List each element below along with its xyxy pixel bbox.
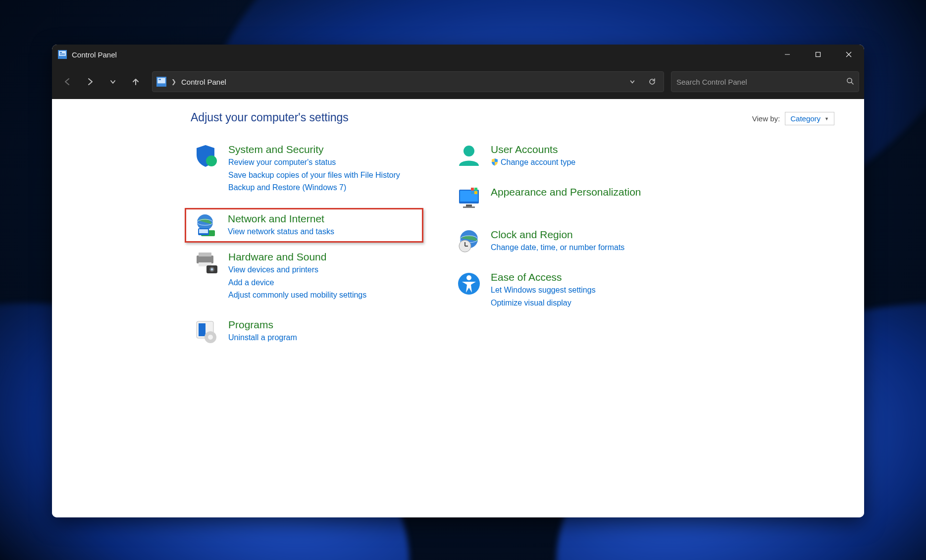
control-panel-icon [58, 50, 67, 59]
category-link-text: Change account type [501, 158, 575, 166]
svg-point-30 [463, 146, 474, 156]
category-link[interactable]: View network status and tasks [228, 225, 419, 238]
toolbar: ❯ Control Panel [52, 64, 864, 99]
category-link[interactable]: Save backup copies of your files with Fi… [228, 169, 420, 182]
globe-network-icon [193, 212, 219, 238]
view-by-dropdown[interactable]: Category ▼ [785, 112, 834, 125]
category-appearance-personalization: Appearance and Personalization [453, 183, 686, 214]
category-user-accounts: User Accounts Change account type [453, 140, 686, 172]
category-title[interactable]: Programs [228, 318, 420, 331]
forward-button[interactable] [80, 71, 101, 92]
category-network-internet: Network and Internet View network status… [185, 208, 423, 243]
titlebar: Control Panel [52, 45, 864, 64]
category-link[interactable]: Change account type [491, 156, 683, 169]
window-title: Control Panel [72, 51, 117, 59]
svg-rect-11 [158, 79, 160, 80]
address-bar[interactable]: ❯ Control Panel [152, 71, 664, 92]
svg-point-25 [211, 268, 213, 271]
printer-camera-icon [194, 251, 219, 276]
search-icon [846, 77, 854, 87]
svg-point-46 [466, 275, 471, 280]
svg-rect-33 [466, 204, 472, 206]
maximize-button[interactable] [803, 45, 833, 64]
svg-rect-3 [60, 53, 65, 54]
svg-rect-36 [474, 188, 477, 191]
programs-icon [194, 318, 219, 344]
category-link[interactable]: Backup and Restore (Windows 7) [228, 181, 420, 194]
category-link[interactable]: Let Windows suggest settings [491, 284, 683, 297]
close-button[interactable] [833, 45, 864, 64]
view-by-control: View by: Category ▼ [752, 112, 834, 125]
svg-point-14 [206, 155, 217, 166]
svg-rect-2 [60, 52, 62, 53]
category-link[interactable]: View devices and printers [228, 263, 420, 276]
category-link[interactable]: Optimize visual display [491, 297, 683, 309]
recent-dropdown-button[interactable] [103, 71, 123, 92]
category-programs: Programs Uninstall a program [191, 315, 423, 347]
category-system-security: System and Security Review your computer… [191, 140, 423, 197]
control-panel-icon [156, 77, 166, 87]
chevron-right-icon: ❯ [171, 78, 176, 85]
category-link[interactable]: Adjust commonly used mobility settings [228, 289, 420, 302]
shield-icon [194, 143, 219, 169]
view-by-value: Category [790, 114, 821, 123]
category-link[interactable]: Uninstall a program [228, 331, 420, 344]
search-input[interactable] [676, 78, 846, 86]
svg-line-13 [851, 82, 853, 84]
view-by-label: View by: [752, 114, 780, 123]
minimize-button[interactable] [772, 45, 803, 64]
svg-rect-37 [471, 191, 474, 194]
caret-down-icon: ▼ [824, 116, 829, 121]
left-column: System and Security Review your computer… [191, 140, 423, 358]
svg-rect-19 [199, 229, 208, 233]
category-title[interactable]: User Accounts [491, 143, 683, 156]
user-icon [456, 143, 482, 169]
svg-rect-10 [157, 78, 165, 83]
content-area: Adjust your computer's settings View by:… [52, 99, 864, 517]
back-button[interactable] [57, 71, 78, 92]
address-history-dropdown[interactable] [625, 74, 640, 89]
globe-clock-icon: L [456, 228, 482, 254]
svg-rect-21 [199, 253, 211, 256]
category-hardware-sound: Hardware and Sound View devices and prin… [191, 248, 423, 305]
up-button[interactable] [125, 71, 146, 92]
category-title[interactable]: Clock and Region [491, 228, 683, 241]
control-panel-window: Control Panel ❯ Control P [52, 45, 864, 517]
refresh-button[interactable] [645, 74, 660, 89]
category-title[interactable]: Hardware and Sound [228, 251, 420, 263]
category-clock-region: L Clock and Region Change date, time, or… [453, 225, 686, 257]
category-link[interactable]: Change date, time, or number formats [491, 241, 683, 254]
svg-rect-38 [474, 191, 477, 194]
uac-shield-icon [491, 157, 499, 165]
svg-rect-6 [816, 52, 821, 57]
category-title[interactable]: Network and Internet [228, 212, 419, 225]
svg-rect-20 [197, 255, 213, 263]
category-title[interactable]: Appearance and Personalization [491, 186, 683, 199]
search-box[interactable] [671, 71, 859, 92]
right-column: User Accounts Change account type [453, 140, 686, 358]
monitor-icon [456, 186, 482, 211]
category-title[interactable]: Ease of Access [491, 271, 683, 284]
svg-rect-35 [471, 188, 474, 191]
svg-text:L: L [464, 242, 466, 245]
svg-rect-34 [463, 206, 475, 208]
category-ease-of-access: Ease of Access Let Windows suggest setti… [453, 268, 686, 312]
svg-point-29 [208, 335, 213, 340]
page-title: Adjust your computer's settings [191, 111, 349, 124]
category-title[interactable]: System and Security [228, 143, 420, 156]
svg-rect-27 [199, 323, 206, 336]
breadcrumb-item[interactable]: Control Panel [181, 78, 226, 86]
category-link[interactable]: Add a device [228, 276, 420, 289]
svg-rect-4 [60, 54, 65, 55]
accessibility-icon [456, 271, 482, 297]
category-link[interactable]: Review your computer's status [228, 156, 420, 169]
